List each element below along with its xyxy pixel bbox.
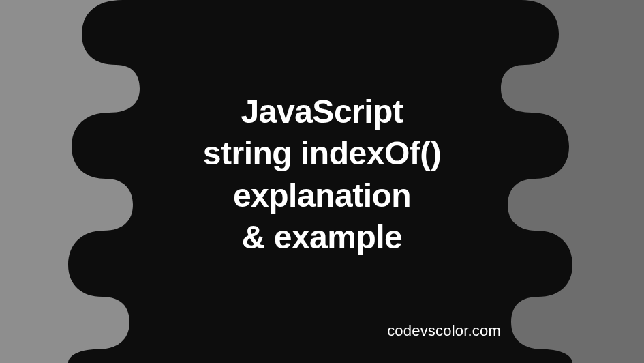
title-line-1: JavaScript (203, 91, 441, 132)
title-text: JavaScript string indexOf() explanation … (203, 91, 441, 259)
attribution-text: codevscolor.com (387, 322, 501, 340)
title-line-2: string indexOf() (203, 133, 441, 175)
title-line-4: & example (203, 217, 441, 259)
title-line-3: explanation (203, 175, 441, 216)
banner-graphic: JavaScript string indexOf() explanation … (0, 0, 644, 363)
